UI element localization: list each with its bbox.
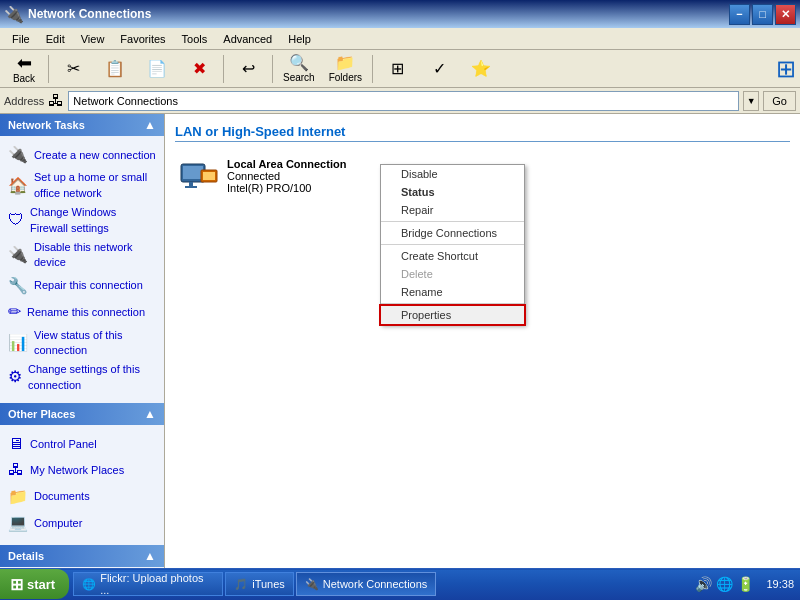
repair-link[interactable]: 🔧 Repair this connection	[8, 273, 156, 299]
taskbar-item-itunes[interactable]: 🎵 iTunes	[225, 572, 294, 596]
ctx-delete: Delete	[381, 265, 524, 283]
ctx-create-shortcut[interactable]: Create Shortcut	[381, 247, 524, 265]
connection-status: Connected	[227, 170, 346, 182]
view-status-link[interactable]: 📊 View status of this connection	[8, 326, 156, 361]
connection-name: Local Area Connection	[227, 158, 346, 170]
star-button[interactable]: ⭐	[461, 52, 501, 86]
documents-link[interactable]: 📁 Documents	[8, 484, 156, 510]
close-button[interactable]: ✕	[775, 4, 796, 25]
ctx-disable[interactable]: Disable	[381, 165, 524, 183]
connection-adapter: Intel(R) PRO/100	[227, 182, 346, 194]
ctx-repair[interactable]: Repair	[381, 201, 524, 219]
svg-rect-2	[189, 182, 193, 186]
maximize-button[interactable]: □	[752, 4, 773, 25]
undo-button[interactable]: ↩	[228, 52, 268, 86]
ctx-bridge[interactable]: Bridge Connections	[381, 224, 524, 242]
ctx-properties[interactable]: Properties	[381, 306, 524, 324]
create-connection-link[interactable]: 🔌 Create a new connection	[8, 142, 156, 168]
start-button[interactable]: ⊞ start	[0, 569, 69, 599]
back-label: Back	[13, 73, 35, 84]
cut-button[interactable]: ✂	[53, 52, 93, 86]
other-places-title: Other Places	[8, 408, 75, 420]
windows-logo: ⊞	[776, 55, 796, 83]
check-button[interactable]: ✓	[419, 52, 459, 86]
menu-help[interactable]: Help	[280, 31, 319, 47]
view-status-icon: 📊	[8, 332, 28, 354]
search-label: Search	[283, 72, 315, 83]
ctx-status[interactable]: Status	[381, 183, 524, 201]
views-icon: ⊞	[391, 61, 404, 77]
check-icon: ✓	[433, 61, 446, 77]
ctx-sep-2	[381, 244, 524, 245]
address-dropdown-button[interactable]: ▼	[743, 91, 759, 111]
firewall-icon: 🛡	[8, 209, 24, 231]
search-button[interactable]: 🔍 Search	[277, 52, 321, 86]
address-input[interactable]	[68, 91, 739, 111]
other-places-header[interactable]: Other Places ▲	[0, 403, 164, 425]
flickr-icon: 🌐	[82, 578, 96, 591]
toolbar-sep-3	[272, 55, 273, 83]
delete-button[interactable]: ✖	[179, 52, 219, 86]
ctx-rename[interactable]: Rename	[381, 283, 524, 301]
taskbar-flickr-label: Flickr: Upload photos ...	[100, 572, 214, 596]
back-icon: ⬅	[17, 54, 32, 72]
rename-link[interactable]: ✏ Rename this connection	[8, 299, 156, 325]
other-places-collapse-icon: ▲	[144, 407, 156, 421]
computer-icon: 💻	[8, 512, 28, 534]
network-connection-info: Local Area Connection Connected Intel(R)…	[227, 158, 346, 194]
svg-rect-3	[185, 186, 197, 188]
toolbar-sep-1	[48, 55, 49, 83]
firewall-link[interactable]: 🛡 Change Windows Firewall settings	[8, 203, 156, 238]
undo-icon: ↩	[242, 61, 255, 77]
taskbar-network-label: Network Connections	[323, 578, 428, 590]
content-area: LAN or High-Speed Internet Local Area Co…	[165, 114, 800, 568]
minimize-button[interactable]: −	[729, 4, 750, 25]
menu-favorites[interactable]: Favorites	[112, 31, 173, 47]
rename-icon: ✏	[8, 301, 21, 323]
disable-icon: 🔌	[8, 244, 28, 266]
other-places-content: 🖥 Control Panel 🖧 My Network Places 📁 Do…	[0, 425, 164, 543]
address-go-button[interactable]: Go	[763, 91, 796, 111]
taskbar-item-network[interactable]: 🔌 Network Connections	[296, 572, 437, 596]
taskbar-item-flickr[interactable]: 🌐 Flickr: Upload photos ...	[73, 572, 223, 596]
title-bar-left: 🔌 Network Connections	[4, 5, 151, 24]
star-icon: ⭐	[471, 61, 491, 77]
change-settings-link[interactable]: ⚙ Change settings of this connection	[8, 360, 156, 395]
repair-icon: 🔧	[8, 275, 28, 297]
details-header[interactable]: Details ▲	[0, 545, 164, 567]
views-button[interactable]: ⊞	[377, 52, 417, 86]
menu-file[interactable]: File	[4, 31, 38, 47]
copy-button[interactable]: 📋	[95, 52, 135, 86]
disable-device-link[interactable]: 🔌 Disable this network device	[8, 238, 156, 273]
network-tasks-section: Network Tasks ▲ 🔌 Create a new connectio…	[0, 114, 164, 401]
home-network-icon: 🏠	[8, 175, 28, 197]
menu-view[interactable]: View	[73, 31, 113, 47]
my-network-places-link[interactable]: 🖧 My Network Places	[8, 457, 156, 483]
left-panel: Network Tasks ▲ 🔌 Create a new connectio…	[0, 114, 165, 568]
details-section: Details ▲ Local Area Connection LAN or H…	[0, 545, 164, 568]
tray-icon-1: 🔊	[695, 576, 712, 592]
app-icon: 🔌	[4, 5, 24, 24]
computer-link[interactable]: 💻 Computer	[8, 510, 156, 536]
main-container: Network Tasks ▲ 🔌 Create a new connectio…	[0, 114, 800, 568]
folders-button[interactable]: 📁 Folders	[323, 52, 368, 86]
taskbar-tray: 🔊 🌐 🔋 19:38	[689, 576, 800, 592]
folders-icon: 📁	[335, 55, 355, 71]
menu-tools[interactable]: Tools	[174, 31, 216, 47]
paste-button[interactable]: 📄	[137, 52, 177, 86]
menu-advanced[interactable]: Advanced	[215, 31, 280, 47]
cut-icon: ✂	[67, 61, 80, 77]
my-network-places-icon: 🖧	[8, 459, 24, 481]
menu-edit[interactable]: Edit	[38, 31, 73, 47]
toolbar-sep-2	[223, 55, 224, 83]
control-panel-link[interactable]: 🖥 Control Panel	[8, 431, 156, 457]
toolbar-sep-4	[372, 55, 373, 83]
tray-icon-2: 🌐	[716, 576, 733, 592]
home-network-link[interactable]: 🏠 Set up a home or small office network	[8, 168, 156, 203]
itunes-icon: 🎵	[234, 578, 248, 591]
network-connection-icon	[179, 156, 219, 196]
back-button[interactable]: ⬅ Back	[4, 52, 44, 86]
taskbar-itunes-label: iTunes	[252, 578, 285, 590]
context-menu: Disable Status Repair Bridge Connections…	[380, 164, 525, 325]
network-tasks-header[interactable]: Network Tasks ▲	[0, 114, 164, 136]
